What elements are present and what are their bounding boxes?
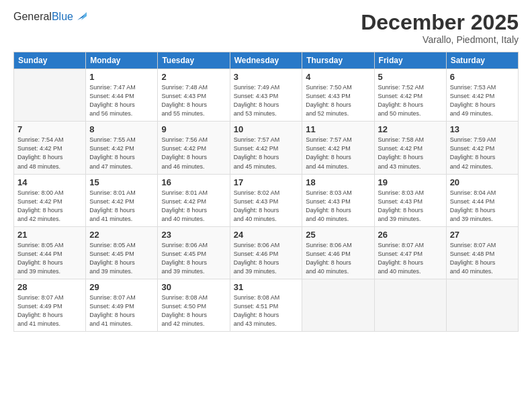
calendar-cell	[446, 279, 518, 331]
day-info: Sunrise: 8:06 AM Sunset: 4:45 PM Dayligh…	[161, 241, 226, 276]
calendar-table: SundayMondayTuesdayWednesdayThursdayFrid…	[13, 52, 519, 332]
calendar-cell: 11Sunrise: 7:57 AM Sunset: 4:42 PM Dayli…	[302, 122, 374, 174]
day-number: 28	[17, 282, 82, 292]
day-number: 23	[161, 230, 226, 240]
subtitle: Varallo, Piedmont, Italy	[361, 34, 519, 45]
calendar-day-header: Friday	[374, 52, 446, 69]
day-number: 4	[306, 72, 370, 82]
calendar-cell: 18Sunrise: 8:03 AM Sunset: 4:43 PM Dayli…	[302, 174, 374, 226]
calendar-cell: 7Sunrise: 7:54 AM Sunset: 4:42 PM Daylig…	[14, 122, 86, 174]
calendar-cell: 1Sunrise: 7:47 AM Sunset: 4:44 PM Daylig…	[86, 69, 158, 122]
day-info: Sunrise: 8:07 AM Sunset: 4:48 PM Dayligh…	[450, 241, 515, 276]
calendar-week-row: 1Sunrise: 7:47 AM Sunset: 4:44 PM Daylig…	[14, 69, 519, 122]
day-number: 27	[450, 230, 515, 240]
calendar-cell: 22Sunrise: 8:05 AM Sunset: 4:45 PM Dayli…	[86, 226, 158, 279]
day-number: 21	[17, 230, 82, 240]
calendar-week-row: 7Sunrise: 7:54 AM Sunset: 4:42 PM Daylig…	[14, 122, 519, 174]
calendar-cell: 4Sunrise: 7:50 AM Sunset: 4:43 PM Daylig…	[302, 69, 374, 122]
calendar-cell: 12Sunrise: 7:58 AM Sunset: 4:42 PM Dayli…	[374, 122, 446, 174]
calendar-cell: 20Sunrise: 8:04 AM Sunset: 4:44 PM Dayli…	[446, 174, 518, 226]
calendar-cell: 16Sunrise: 8:01 AM Sunset: 4:42 PM Dayli…	[158, 174, 230, 226]
day-info: Sunrise: 7:54 AM Sunset: 4:42 PM Dayligh…	[17, 136, 82, 171]
day-number: 18	[306, 177, 370, 187]
calendar-cell: 23Sunrise: 8:06 AM Sunset: 4:45 PM Dayli…	[158, 226, 230, 279]
calendar-day-header: Saturday	[446, 52, 518, 69]
day-number: 3	[234, 72, 299, 82]
day-number: 17	[234, 177, 299, 187]
day-info: Sunrise: 8:06 AM Sunset: 4:46 PM Dayligh…	[234, 241, 299, 276]
calendar-cell: 8Sunrise: 7:55 AM Sunset: 4:42 PM Daylig…	[86, 122, 158, 174]
calendar-day-header: Thursday	[302, 52, 374, 69]
day-info: Sunrise: 8:07 AM Sunset: 4:49 PM Dayligh…	[17, 293, 82, 328]
day-info: Sunrise: 7:53 AM Sunset: 4:42 PM Dayligh…	[450, 83, 515, 118]
calendar-cell: 21Sunrise: 8:05 AM Sunset: 4:44 PM Dayli…	[14, 226, 86, 279]
day-info: Sunrise: 7:48 AM Sunset: 4:43 PM Dayligh…	[161, 83, 226, 118]
day-info: Sunrise: 8:03 AM Sunset: 4:43 PM Dayligh…	[378, 189, 443, 224]
day-info: Sunrise: 7:49 AM Sunset: 4:43 PM Dayligh…	[234, 83, 299, 118]
day-number: 7	[17, 124, 82, 134]
header: GeneralBlue December 2025 Varallo, Piedm…	[13, 11, 519, 45]
calendar-day-header: Monday	[86, 52, 158, 69]
day-number: 9	[161, 124, 226, 134]
day-number: 2	[161, 72, 226, 82]
day-info: Sunrise: 8:08 AM Sunset: 4:51 PM Dayligh…	[234, 293, 299, 328]
month-title: December 2025	[361, 11, 519, 34]
day-info: Sunrise: 7:55 AM Sunset: 4:42 PM Dayligh…	[89, 136, 154, 171]
day-number: 6	[450, 72, 515, 82]
day-number: 11	[306, 124, 370, 134]
calendar-cell	[14, 69, 86, 122]
day-info: Sunrise: 8:03 AM Sunset: 4:43 PM Dayligh…	[306, 189, 370, 224]
calendar-week-row: 14Sunrise: 8:00 AM Sunset: 4:42 PM Dayli…	[14, 174, 519, 226]
day-info: Sunrise: 7:47 AM Sunset: 4:44 PM Dayligh…	[89, 83, 154, 118]
day-info: Sunrise: 8:01 AM Sunset: 4:42 PM Dayligh…	[161, 189, 226, 224]
calendar-cell	[302, 279, 374, 331]
logo-general-text: General	[13, 11, 52, 23]
day-info: Sunrise: 8:05 AM Sunset: 4:45 PM Dayligh…	[89, 241, 154, 276]
day-info: Sunrise: 8:00 AM Sunset: 4:42 PM Dayligh…	[17, 189, 82, 224]
calendar-week-row: 21Sunrise: 8:05 AM Sunset: 4:44 PM Dayli…	[14, 226, 519, 279]
calendar-cell: 5Sunrise: 7:52 AM Sunset: 4:42 PM Daylig…	[374, 69, 446, 122]
calendar-cell: 19Sunrise: 8:03 AM Sunset: 4:43 PM Dayli…	[374, 174, 446, 226]
day-number: 1	[89, 72, 154, 82]
day-info: Sunrise: 7:58 AM Sunset: 4:42 PM Dayligh…	[378, 136, 443, 171]
day-info: Sunrise: 8:06 AM Sunset: 4:46 PM Dayligh…	[306, 241, 370, 276]
day-info: Sunrise: 7:52 AM Sunset: 4:42 PM Dayligh…	[378, 83, 443, 118]
calendar-cell: 6Sunrise: 7:53 AM Sunset: 4:42 PM Daylig…	[446, 69, 518, 122]
day-info: Sunrise: 7:57 AM Sunset: 4:42 PM Dayligh…	[234, 136, 299, 171]
day-info: Sunrise: 8:07 AM Sunset: 4:49 PM Dayligh…	[89, 293, 154, 328]
day-info: Sunrise: 8:05 AM Sunset: 4:44 PM Dayligh…	[17, 241, 82, 276]
calendar-day-header: Sunday	[14, 52, 86, 69]
day-info: Sunrise: 8:08 AM Sunset: 4:50 PM Dayligh…	[161, 293, 226, 328]
calendar-cell: 30Sunrise: 8:08 AM Sunset: 4:50 PM Dayli…	[158, 279, 230, 331]
day-info: Sunrise: 8:01 AM Sunset: 4:42 PM Dayligh…	[89, 189, 154, 224]
calendar-day-header: Wednesday	[230, 52, 302, 69]
day-number: 14	[17, 177, 82, 187]
svg-marker-1	[81, 12, 87, 20]
calendar-cell: 2Sunrise: 7:48 AM Sunset: 4:43 PM Daylig…	[158, 69, 230, 122]
calendar-cell: 13Sunrise: 7:59 AM Sunset: 4:42 PM Dayli…	[446, 122, 518, 174]
calendar-cell: 31Sunrise: 8:08 AM Sunset: 4:51 PM Dayli…	[230, 279, 302, 331]
day-number: 25	[306, 230, 370, 240]
day-number: 29	[89, 282, 154, 292]
day-info: Sunrise: 7:56 AM Sunset: 4:42 PM Dayligh…	[161, 136, 226, 171]
day-number: 13	[450, 124, 515, 134]
day-number: 12	[378, 124, 443, 134]
calendar-header-row: SundayMondayTuesdayWednesdayThursdayFrid…	[14, 52, 519, 69]
logo-blue-text: Blue	[52, 11, 73, 23]
calendar-cell: 14Sunrise: 8:00 AM Sunset: 4:42 PM Dayli…	[14, 174, 86, 226]
calendar-cell: 17Sunrise: 8:02 AM Sunset: 4:43 PM Dayli…	[230, 174, 302, 226]
day-number: 31	[234, 282, 299, 292]
day-info: Sunrise: 7:57 AM Sunset: 4:42 PM Dayligh…	[306, 136, 370, 171]
day-info: Sunrise: 7:50 AM Sunset: 4:43 PM Dayligh…	[306, 83, 370, 118]
calendar-cell: 28Sunrise: 8:07 AM Sunset: 4:49 PM Dayli…	[14, 279, 86, 331]
calendar-cell: 25Sunrise: 8:06 AM Sunset: 4:46 PM Dayli…	[302, 226, 374, 279]
day-number: 20	[450, 177, 515, 187]
day-number: 15	[89, 177, 154, 187]
day-info: Sunrise: 8:07 AM Sunset: 4:47 PM Dayligh…	[378, 241, 443, 276]
logo: GeneralBlue	[13, 11, 87, 23]
calendar-cell: 29Sunrise: 8:07 AM Sunset: 4:49 PM Dayli…	[86, 279, 158, 331]
day-number: 8	[89, 124, 154, 134]
calendar-cell	[374, 279, 446, 331]
calendar-week-row: 28Sunrise: 8:07 AM Sunset: 4:49 PM Dayli…	[14, 279, 519, 331]
calendar-cell: 9Sunrise: 7:56 AM Sunset: 4:42 PM Daylig…	[158, 122, 230, 174]
